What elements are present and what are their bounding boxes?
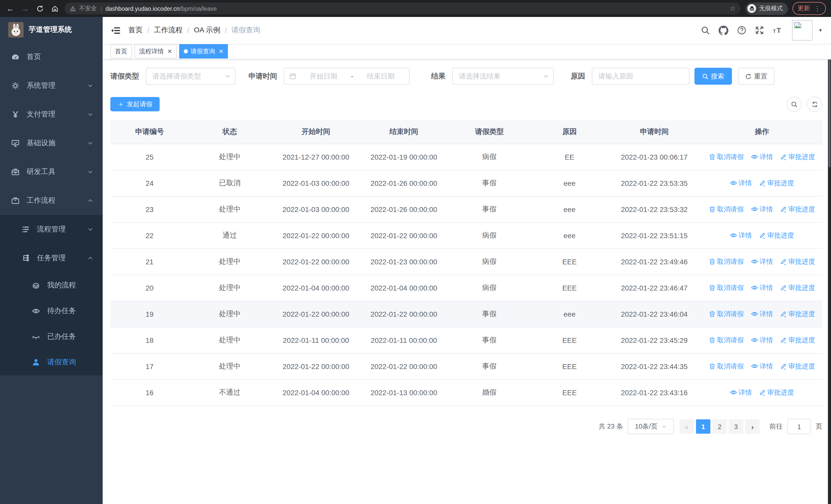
create-leave-button[interactable]: ＋ 发起请假 — [110, 97, 160, 111]
action-detail-link[interactable]: 详情 — [751, 283, 773, 293]
browser-back-icon[interactable]: ← — [5, 4, 16, 13]
action-cancel-link[interactable]: 取消请假 — [709, 283, 744, 293]
start-date-placeholder: 开始日期 — [300, 71, 347, 81]
browser-scrollbar[interactable] — [828, 17, 831, 504]
robot-icon — [32, 281, 40, 290]
close-icon[interactable]: ✕ — [167, 48, 172, 55]
action-cancel-link[interactable]: 取消请假 — [709, 336, 744, 345]
column-header-申请编号: 申请编号 — [110, 120, 189, 144]
table-row: 19处理中2022-01-22 00:00:002022-01-22 00:00… — [110, 301, 822, 327]
trash-icon — [709, 285, 716, 291]
address-bar[interactable]: 不安全 dashboard.yudao.iocoder.cn/bpm/oa/le… — [65, 3, 741, 14]
tag-流程详情[interactable]: 流程详情✕ — [135, 44, 177, 59]
breadcrumb-item[interactable]: 工作流程 — [154, 26, 183, 35]
sidebar-item-流程管理[interactable]: 流程管理 — [0, 215, 103, 244]
avatar[interactable] — [792, 20, 812, 40]
chevron-down-icon — [87, 111, 93, 118]
hamburger-icon[interactable] — [111, 26, 120, 34]
action-detail-link[interactable]: 详情 — [751, 309, 773, 319]
sidebar-item-请假查询[interactable]: 请假查询 — [0, 350, 103, 375]
action-cancel-link[interactable]: 取消请假 — [709, 152, 744, 162]
action-cancel-link[interactable]: 取消请假 — [709, 309, 744, 319]
reset-button[interactable]: 重置 — [738, 68, 775, 85]
cell-reason: EEE — [532, 249, 607, 275]
page-button-3[interactable]: 3 — [729, 419, 743, 434]
action-progress-link[interactable]: 审批进度 — [780, 205, 815, 214]
result-select[interactable]: 请选择流结果 — [452, 68, 554, 85]
cell-status: 处理中 — [189, 301, 271, 327]
tag-请假查询[interactable]: 请假查询✕ — [179, 44, 228, 59]
sidebar-item-任务管理[interactable]: 任务管理 — [0, 244, 103, 272]
view-icon — [751, 206, 758, 213]
action-progress-link[interactable]: 审批进度 — [759, 388, 794, 397]
cell-reason: EEE — [532, 275, 607, 301]
close-icon[interactable]: ✕ — [219, 48, 223, 55]
action-cancel-link[interactable]: 取消请假 — [709, 205, 744, 214]
prev-page-button[interactable]: ‹ — [680, 419, 694, 434]
action-cancel-link[interactable]: 取消请假 — [709, 257, 744, 266]
sidebar-item-支付管理[interactable]: 支付管理 — [0, 100, 103, 129]
sidebar-item-基础设施[interactable]: 基础设施 — [0, 129, 103, 157]
caret-down-icon[interactable]: ▼ — [818, 28, 823, 33]
action-progress-link[interactable]: 审批进度 — [780, 283, 815, 293]
sidebar-item-首页[interactable]: 首页 — [0, 42, 103, 71]
action-progress-link[interactable]: 审批进度 — [780, 152, 815, 162]
reason-input[interactable]: 请输入原因 — [592, 68, 689, 85]
page-button-2[interactable]: 2 — [712, 419, 727, 434]
help-icon[interactable] — [737, 26, 746, 35]
github-icon[interactable] — [719, 25, 728, 35]
action-detail-link[interactable]: 详情 — [751, 336, 773, 345]
show-search-button[interactable] — [786, 96, 802, 112]
action-progress-link[interactable]: 审批进度 — [759, 231, 794, 240]
sidebar-item-我的流程[interactable]: 我的流程 — [0, 272, 103, 298]
action-detail-link[interactable]: 详情 — [730, 388, 752, 397]
action-detail-link[interactable]: 详情 — [751, 257, 773, 266]
page-size-select[interactable]: 10条/页 — [628, 419, 674, 434]
cell-type: 事假 — [447, 196, 532, 223]
pagination-jump-input[interactable]: 1 — [787, 419, 811, 434]
action-detail-link[interactable]: 详情 — [751, 152, 773, 162]
page-button-1[interactable]: 1 — [696, 419, 710, 434]
browser-forward-icon[interactable]: → — [20, 4, 30, 13]
cell-end: 2022-01-19 00:00:00 — [361, 144, 447, 170]
action-detail-link[interactable]: 详情 — [730, 179, 752, 188]
action-progress-link[interactable]: 审批进度 — [780, 336, 815, 345]
search-button[interactable]: 搜索 — [694, 68, 732, 85]
sidebar-item-待办任务[interactable]: 待办任务 — [0, 298, 103, 324]
next-page-button[interactable]: › — [745, 419, 760, 434]
action-progress-link[interactable]: 审批进度 — [780, 362, 815, 371]
cell-type: 事假 — [447, 301, 532, 327]
bookmark-star-icon[interactable]: ☆ — [729, 5, 736, 12]
cell-id: 23 — [110, 196, 189, 223]
action-progress-link[interactable]: 审批进度 — [780, 309, 815, 319]
sidebar-item-工作流程[interactable]: 工作流程 — [0, 186, 103, 215]
workflow-submenu: 流程管理任务管理我的流程待办任务已办任务请假查询 — [0, 215, 103, 375]
action-detail-link[interactable]: 详情 — [751, 205, 773, 214]
action-progress-link[interactable]: 审批进度 — [780, 257, 815, 266]
fullscreen-icon[interactable] — [755, 26, 764, 35]
breadcrumb-item[interactable]: OA 示例 — [194, 26, 221, 35]
sidebar-item-系统管理[interactable]: 系统管理 — [0, 71, 103, 100]
search-icon[interactable] — [700, 26, 710, 35]
leave-type-select[interactable]: 请选择请假类型 — [146, 68, 236, 85]
apply-time-range-picker[interactable]: 开始日期 - 结束日期 — [284, 68, 409, 85]
sidebar-logo-row[interactable]: 芋道管理系统 — [0, 17, 103, 42]
browser-update-button[interactable]: 更新 ⋮ — [793, 2, 826, 15]
browser-home-icon[interactable] — [50, 5, 60, 12]
action-detail-link[interactable]: 详情 — [730, 231, 752, 240]
font-size-icon[interactable]: TT — [773, 26, 783, 34]
browser-menu-icon[interactable]: ⋮ — [814, 5, 821, 12]
cell-actions: 取消请假详情审批进度 — [701, 196, 822, 223]
sidebar-item-已办任务[interactable]: 已办任务 — [0, 324, 103, 350]
breadcrumb-item[interactable]: 首页 — [128, 26, 143, 35]
refresh-table-button[interactable] — [807, 96, 822, 112]
tag-首页[interactable]: 首页 — [110, 44, 132, 59]
action-detail-link[interactable]: 详情 — [751, 362, 773, 371]
table-row: 16不通过2022-01-04 00:00:002022-01-13 00:00… — [110, 380, 822, 406]
browser-reload-icon[interactable] — [35, 5, 45, 12]
sidebar-item-研发工具[interactable]: 研发工具 — [0, 157, 103, 186]
cell-applied: 2022-01-22 23:46:47 — [607, 275, 701, 301]
action-cancel-link[interactable]: 取消请假 — [709, 362, 744, 371]
action-progress-link[interactable]: 审批进度 — [759, 179, 794, 188]
app-title: 芋道管理系统 — [29, 25, 72, 34]
